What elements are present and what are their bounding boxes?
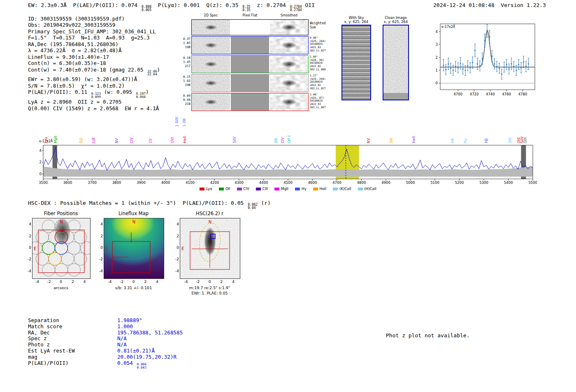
masked-region (383, 93, 408, 100)
match-table-row: RA, Dec195.786388, 51.268585 (28, 330, 183, 336)
fiber-weight-values: 0.151.02198 (180, 75, 190, 87)
spectrum-plot: 3500360037003800390040004100420043004400… (39, 143, 537, 184)
legend-swatch (256, 188, 261, 190)
fiber-overlay (33, 218, 90, 278)
svg-text:4500: 4500 (283, 181, 293, 184)
data-point (496, 66, 497, 67)
lineflux-x-ticks: -4-2024 (104, 280, 163, 285)
emission-line-label: } OII (183, 118, 186, 127)
fiber-weight-values: 0.371.85198 (180, 37, 190, 49)
emission-line-label: SiII (79, 138, 83, 143)
emission-line-label: OIII (509, 137, 512, 143)
legend-label: CIV (244, 187, 249, 191)
emission-line-label: Hγ (464, 139, 467, 143)
fiber-circles (33, 220, 90, 276)
svg-text:1: 1 (436, 68, 438, 72)
noise-texture (383, 26, 408, 100)
svg-text:5300: 5300 (479, 181, 488, 184)
axis-tick-label: -4 (95, 269, 103, 273)
hsc-caption-2: EWr: 1. PLAE: 0.05 (172, 291, 248, 295)
axis-tick-label: 4 (172, 222, 179, 226)
emission-line-label: MgII (54, 136, 58, 143)
noise-overlay (342, 26, 370, 100)
legend-swatch (274, 188, 279, 190)
cutout-strip-block: 2D Spec Pixel Flat Smoothed WeightedSum0… (191, 14, 309, 111)
legend-item: OII (219, 187, 230, 191)
svg-text:3600: 3600 (63, 181, 72, 184)
data-point (513, 66, 514, 67)
cutout-row: 0.181.452171.06"(628, 96)20190429v022_02… (191, 55, 309, 73)
emission-line-label: NV (115, 138, 119, 143)
gaussian-fit-curve (440, 30, 535, 67)
svg-text:4900: 4900 (381, 181, 390, 184)
hsc-overlay (180, 218, 240, 278)
fiber-id-annotation: 1.06"(628, 96)20190429v022_02302_LL_008 (310, 56, 334, 71)
match-field-value: 1.000 (117, 323, 133, 329)
data-point (477, 63, 478, 65)
info-line: S/N = 7.8(±0.5) χ² = 1.0(±0.2) (28, 83, 160, 89)
header-summary: EW: 2.3±0.3Å P(LAE)/P(OII): 0.074 0.0880… (28, 2, 315, 12)
legend-label: Hγ (302, 187, 306, 191)
clean-image-coords: x, y: 625, 264 (383, 20, 409, 24)
svg-text:4600: 4600 (308, 181, 317, 184)
info-line: Primary Spec_Slot_IFU_AMP: 302_036_041_L… (28, 28, 160, 35)
header-datetime-version: 2024-12-24 01:08:48 Version 1.22.3 (433, 2, 546, 8)
data-point (501, 74, 502, 75)
match-table-row: Separation1.98889" (28, 318, 183, 324)
data-point (518, 64, 519, 65)
hsc-cutout-title: HSC(26.2) r (180, 211, 239, 216)
axis-tick-label: 0 (172, 246, 179, 250)
stacked-uncertainty: 0.0660.043 (137, 363, 146, 369)
hsc-y-ticks: 420-2-4 (172, 218, 179, 278)
data-point (474, 50, 476, 51)
svg-text:3500: 3500 (39, 181, 48, 184)
info-line: Cont(w) = 7.40(±0.07)e-18 (gmag 22.05 22… (28, 67, 160, 77)
emission-line-label: Lyα (44, 137, 48, 143)
fiber-id-annotation: 0.48"(625, 264)20190429v022_03302_LL_027 (310, 37, 334, 52)
emission-line-label: SIII (390, 138, 393, 143)
clean-image-block: Clean Image x, y: 625, 264 (383, 16, 409, 100)
data-point (472, 62, 473, 63)
compass-east-label: E (105, 246, 108, 251)
data-point (460, 63, 461, 64)
match-field-label: Match score (28, 324, 117, 330)
cutout-column-headers: 2D Spec Pixel Flat Smoothed (191, 14, 309, 19)
data-point (467, 65, 468, 66)
data-point (528, 63, 529, 65)
with-sky-title: With Sky (341, 16, 371, 20)
legend-item: HeII (313, 187, 327, 191)
match-field-label: Separation (28, 318, 117, 324)
svg-text:4400: 4400 (259, 181, 268, 184)
axes-frame (440, 24, 535, 90)
data-point (489, 36, 490, 37)
emission-line-label: Hδ (451, 138, 455, 143)
legend-item: (H)CaII (358, 187, 376, 191)
2d-spec-image (192, 56, 230, 73)
fit-units-label: e-17x2Å (441, 24, 455, 29)
svg-text:4: 4 (436, 30, 438, 34)
info-line: LyA z = 2.8960 OII z = 0.2705 (28, 99, 160, 105)
match-field-value: 195.786388, 51.268585 (117, 329, 183, 336)
with-sky-image (341, 25, 371, 100)
info-line: ID: 3003159559 (3003159559.pdf) (28, 16, 160, 22)
svg-text:4300: 4300 (235, 181, 244, 184)
fiber-circle-green (42, 242, 55, 255)
match-table-row: Match score1.000 (28, 324, 183, 330)
axis-tick-label: -2 (194, 280, 202, 284)
data-point (491, 56, 492, 57)
emission-line-label: Lyβ (92, 137, 95, 143)
hsc-cutout-panel: N E (180, 218, 240, 279)
match-table-row: P(LAE)/P(OII)0.054 0.0660.043 (28, 360, 183, 370)
2d-spec-image (192, 20, 230, 35)
svg-text:4720: 4720 (470, 92, 479, 96)
data-point (494, 63, 495, 65)
legend-swatch (219, 188, 224, 190)
svg-text:3800: 3800 (112, 181, 121, 184)
compass-east-label: E (181, 246, 184, 251)
emission-line-label: CII (149, 139, 153, 143)
svg-text:4760: 4760 (502, 92, 511, 96)
noise-band (43, 167, 533, 177)
match-table-row: Photo zN/A (28, 342, 183, 348)
data-point (458, 67, 459, 68)
data-point (506, 64, 507, 65)
